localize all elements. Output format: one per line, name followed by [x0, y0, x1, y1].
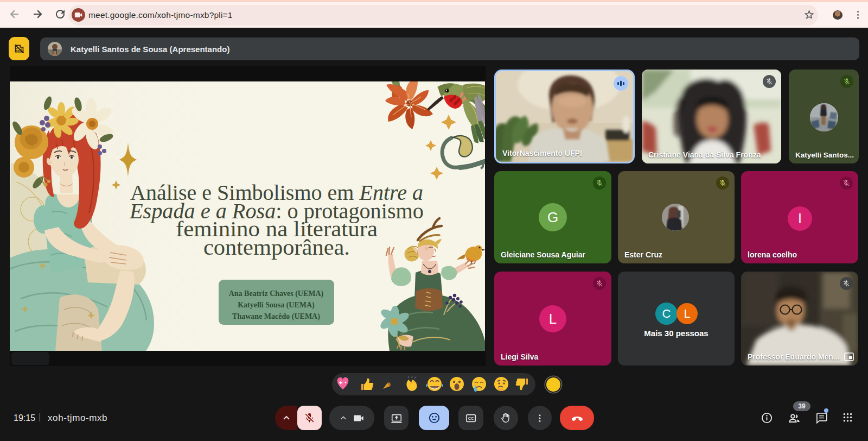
svg-text:Ana Beatriz Chaves (UEMA): Ana Beatriz Chaves (UEMA) [229, 289, 324, 298]
svg-text:Katyelli Sousa (UEMA): Katyelli Sousa (UEMA) [238, 301, 315, 310]
svg-text:CC: CC [468, 416, 474, 421]
svg-text:Thawane Macêdo (UEMA): Thawane Macêdo (UEMA) [232, 312, 320, 321]
svg-text:contemporânea.: contemporânea. [203, 235, 350, 260]
